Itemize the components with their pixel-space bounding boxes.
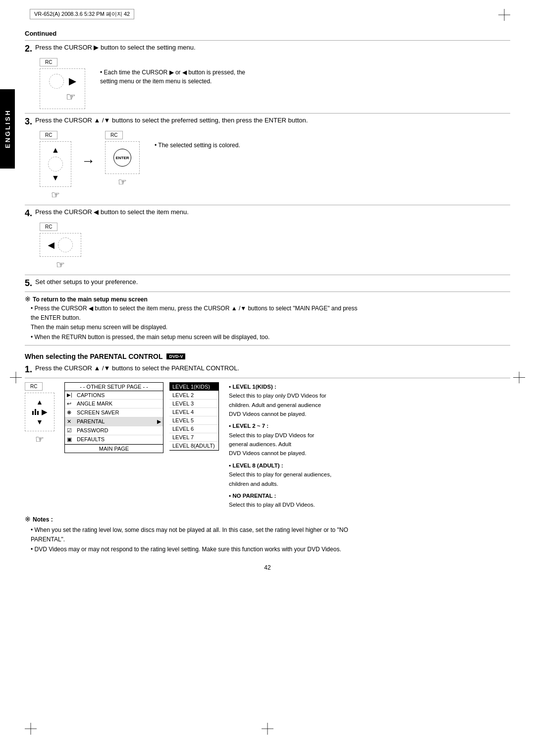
notes-section: ※ Notes : • When you set the rating leve… bbox=[25, 514, 510, 554]
parental-step1-number: 1. bbox=[25, 364, 32, 375]
notes-note1: • When you set the rating level low, som… bbox=[31, 525, 510, 535]
setup-row-parental: ✕ PARENTAL ▶ bbox=[65, 417, 163, 426]
rc-box-step3b: ENTER bbox=[105, 141, 140, 174]
crosshair-top-right bbox=[498, 9, 510, 22]
parental-heading-text: When selecting the PARENTAL CONTROL bbox=[25, 352, 162, 360]
step4-number: 4. bbox=[25, 208, 32, 219]
label-password: PASSWORD bbox=[77, 427, 161, 433]
to-return-bullet2: Then the main setup menu screen will be … bbox=[31, 323, 510, 332]
step3-text: Press the CURSOR ▲ /▼ buttons to select … bbox=[35, 116, 308, 124]
notes-note1b: PARENTAL". bbox=[31, 535, 510, 544]
step-5: 5. Set other setups to your preference. bbox=[25, 278, 510, 289]
dashed-circle-step3 bbox=[48, 157, 63, 172]
step4-text: Press the CURSOR ◀ button to select the … bbox=[35, 208, 189, 216]
main-content: Continued 2. Press the CURSOR ▶ button t… bbox=[25, 0, 510, 571]
setup-row-angle: ↩ ANGLE MARK bbox=[65, 400, 163, 408]
level-row-1: LEVEL 1(KIDS) bbox=[169, 383, 218, 391]
step2-note2: setting menu or the item menu is selecte… bbox=[100, 77, 245, 86]
up-arrow-step3: ▲ bbox=[48, 146, 63, 155]
setup-table-header: - - OTHER SETUP PAGE - - bbox=[65, 383, 163, 391]
level-note2-title: • LEVEL 2 ~ 7 : bbox=[229, 421, 331, 430]
divider-top bbox=[25, 40, 510, 41]
step5-text: Set other setups to your preference. bbox=[35, 278, 138, 286]
dashed-circle-step4 bbox=[58, 237, 73, 252]
right-arrow-parental: ▶ bbox=[42, 408, 47, 416]
divider-parental bbox=[25, 378, 510, 378]
arrow-parental: ▶ bbox=[157, 418, 161, 425]
level-note3-text2: children and adults. bbox=[229, 479, 331, 488]
top-header: VR-652(A) 2008.3.6 5:32 PM 페이지 42 bbox=[30, 9, 134, 19]
level-row-2: LEVEL 2 bbox=[169, 391, 218, 400]
arrow-right-step3: → bbox=[81, 153, 95, 169]
crosshair-left-middle bbox=[10, 371, 22, 385]
label-defaults: DEFAULTS bbox=[77, 436, 161, 442]
setup-row-defaults: ▣ DEFAULTS bbox=[65, 435, 163, 444]
hand-step3a: ☞ bbox=[51, 189, 60, 201]
level-row-5: LEVEL 5 bbox=[169, 416, 218, 425]
to-return-bullet1: • Press the CURSOR ◀ button to select th… bbox=[31, 304, 510, 313]
level-note3-text: Select this to play for general audience… bbox=[229, 470, 331, 479]
step3-illustration: RC ▲ ▼ ☞ → RC ENTER ☞ • The selected bbox=[40, 131, 510, 201]
label-angle: ANGLE MARK bbox=[77, 401, 161, 407]
rc-box-parental: ▲ ▶ ▼ bbox=[25, 393, 54, 431]
label-captions: CAPTIONS bbox=[77, 392, 161, 398]
rc-label-step2: RC bbox=[40, 58, 57, 66]
to-return-bullet1b: the ENTER button. bbox=[31, 313, 510, 323]
levels-table: LEVEL 1(KIDS) LEVEL 2 LEVEL 3 LEVEL 4 LE… bbox=[169, 382, 219, 451]
level-note2-text: Select this to play DVD Videos for bbox=[229, 431, 331, 440]
level-note1-title: • LEVEL 1(KIDS) : bbox=[229, 382, 331, 391]
setup-row-screensaver: ❋ SCREEN SAVER bbox=[65, 408, 163, 417]
step5-number: 5. bbox=[25, 278, 32, 289]
display-icon-parental bbox=[32, 409, 39, 415]
level-row-8: LEVEL 8(ADULT) bbox=[169, 442, 218, 450]
rc-step2: RC ▶ ☞ bbox=[40, 58, 85, 109]
step-4: 4. Press the CURSOR ◀ button to select t… bbox=[25, 208, 510, 219]
down-arrow-step3: ▼ bbox=[48, 174, 63, 182]
icon-screensaver: ❋ bbox=[67, 409, 75, 416]
page-wrapper: VR-652(A) 2008.3.6 5:32 PM 페이지 42 ENGLIS… bbox=[0, 0, 535, 756]
to-return-section: ※ To return to the main setup menu scree… bbox=[25, 295, 510, 342]
level-note4-text: Select this to play all DVD Videos. bbox=[229, 500, 331, 509]
setup-row-password: ☑ PASSWORD bbox=[65, 426, 163, 435]
setup-table-inner: - - OTHER SETUP PAGE - - ▶| CAPTIONS ↩ A… bbox=[64, 382, 163, 453]
down-arrow-parental: ▼ bbox=[32, 418, 47, 426]
notes-title: Notes : bbox=[33, 515, 53, 524]
parental-section: When selecting the PARENTAL CONTROL DVD-… bbox=[25, 352, 510, 510]
crosshair-bottom-center bbox=[262, 723, 273, 736]
icon-defaults: ▣ bbox=[67, 436, 75, 443]
step2-notes: • Each time the CURSOR ▶ or ◀ button is … bbox=[100, 68, 245, 86]
icon-password: ☑ bbox=[67, 427, 75, 434]
setup-menu-table: - - OTHER SETUP PAGE - - ▶| CAPTIONS ↩ A… bbox=[64, 382, 163, 453]
hand-step2: ☞ bbox=[49, 91, 76, 104]
label-parental: PARENTAL bbox=[77, 418, 155, 424]
setup-container: RC ▲ ▶ ▼ bbox=[25, 382, 510, 510]
step2-number: 2. bbox=[25, 44, 32, 54]
level-note2-text3: DVD Videos cannot be played. bbox=[229, 449, 331, 458]
rc-box-step2: ▶ ☞ bbox=[40, 68, 85, 109]
divider-2 bbox=[25, 113, 510, 114]
label-screensaver: SCREEN SAVER bbox=[77, 409, 161, 415]
rc-label-step4: RC bbox=[40, 223, 57, 231]
level-row-6: LEVEL 6 bbox=[169, 425, 218, 433]
rc-label-parental: RC bbox=[25, 382, 43, 391]
step3-note: • The selected setting is colored. bbox=[155, 141, 240, 150]
setup-row-captions: ▶| CAPTIONS bbox=[65, 391, 163, 400]
level-row-3: LEVEL 3 bbox=[169, 400, 218, 408]
page-number: 42 bbox=[264, 564, 270, 571]
rc-label-step3a: RC bbox=[40, 131, 57, 139]
divider-6 bbox=[25, 345, 510, 346]
hand-step3b: ☞ bbox=[118, 176, 127, 188]
to-return-bullet3: • When the RETURN button is pressed, the… bbox=[31, 333, 510, 342]
step2-text: Press the CURSOR ▶ button to select the … bbox=[35, 44, 196, 51]
level-note1-text3: DVD Videos cannot be played. bbox=[229, 409, 331, 418]
level-row-7: LEVEL 7 bbox=[169, 433, 218, 442]
step3-note1: • The selected setting is colored. bbox=[155, 141, 240, 150]
step2-note1: • Each time the CURSOR ▶ or ◀ button is … bbox=[100, 68, 245, 77]
crosshair-right-middle bbox=[513, 371, 525, 385]
level-note1-text: Select this to play only DVD Videos for bbox=[229, 391, 331, 400]
notes-kanji: ※ bbox=[25, 514, 31, 524]
parental-step1-text: Press the CURSOR ▲ /▼ buttons to select … bbox=[35, 364, 239, 372]
divider-5 bbox=[25, 291, 510, 292]
rc-step3-updown: RC ▲ ▼ ☞ bbox=[40, 131, 71, 201]
step4-illustration: RC ◀ ☞ bbox=[40, 223, 510, 271]
